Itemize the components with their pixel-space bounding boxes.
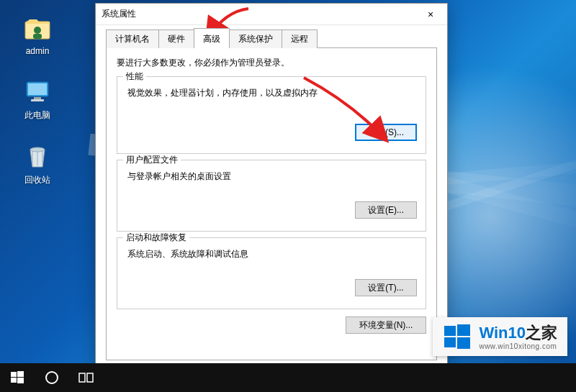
watermark-brand: Win10之家: [479, 324, 557, 342]
svg-point-16: [46, 372, 58, 383]
user-profiles-settings-button[interactable]: 设置(E)...: [355, 201, 417, 219]
tabstrip: 计算机名 硬件 高级 系统保护 远程: [106, 29, 437, 48]
desktop-icon-admin[interactable]: admin: [10, 13, 65, 56]
group-startup-recovery: 启动和故障恢复 系统启动、系统故障和调试信息 设置(T)...: [117, 237, 426, 309]
watermark-url: www.win10xitong.com: [479, 342, 557, 350]
tab-remote[interactable]: 远程: [282, 29, 318, 48]
user-folder-icon: [22, 13, 53, 43]
svg-rect-13: [17, 371, 24, 377]
task-view-icon: [78, 371, 94, 384]
svg-rect-11: [457, 337, 470, 349]
environment-variables-button[interactable]: 环境变量(N)...: [346, 316, 426, 334]
recycle-bin-icon: [22, 141, 53, 171]
svg-rect-15: [17, 378, 24, 383]
group-legend: 性能: [123, 70, 146, 83]
intro-text: 要进行大多数更改，你必须作为管理员登录。: [117, 57, 426, 69]
svg-rect-18: [87, 373, 93, 382]
cortana-button[interactable]: [35, 363, 69, 392]
cortana-circle-icon: [45, 370, 59, 385]
start-button[interactable]: [0, 363, 35, 392]
group-legend: 启动和故障恢复: [123, 232, 189, 244]
system-properties-dialog: 系统属性 × 计算机名 硬件 高级 系统保护 远程 要进行大多数更改，你必须作为…: [95, 3, 448, 368]
group-user-profiles: 用户配置文件 与登录帐户相关的桌面设置 设置(E)...: [117, 160, 426, 232]
svg-rect-9: [457, 324, 470, 336]
titlebar[interactable]: 系统属性 ×: [96, 4, 447, 25]
svg-rect-5: [34, 97, 41, 99]
taskbar[interactable]: [0, 363, 576, 392]
desktop-icon-label: 此电脑: [24, 109, 50, 122]
windows-logo-icon: [443, 323, 472, 352]
tab-computer-name[interactable]: 计算机名: [106, 29, 159, 48]
desktop-icon-this-pc[interactable]: 此电脑: [10, 76, 65, 122]
tab-hardware[interactable]: 硬件: [158, 29, 194, 48]
desktop-icon-recycle-bin[interactable]: 回收站: [10, 141, 65, 186]
group-desc: 视觉效果，处理器计划，内存使用，以及虚拟内存: [127, 87, 417, 99]
svg-rect-12: [11, 372, 17, 377]
group-performance: 性能 视觉效果，处理器计划，内存使用，以及虚拟内存 设置(S)...: [117, 76, 426, 154]
watermark: Win10之家 www.win10xitong.com: [433, 317, 567, 356]
svg-rect-2: [33, 34, 42, 39]
startup-recovery-settings-button[interactable]: 设置(T)...: [355, 279, 417, 296]
svg-rect-17: [79, 373, 85, 382]
tab-panel-advanced: 要进行大多数更改，你必须作为管理员登录。 性能 视觉效果，处理器计划，内存使用，…: [106, 47, 437, 360]
windows-start-icon: [11, 371, 24, 384]
task-view-button[interactable]: [69, 363, 104, 392]
performance-settings-button[interactable]: 设置(S)...: [355, 124, 417, 141]
svg-rect-8: [444, 326, 456, 336]
desktop-icon-label: admin: [26, 46, 50, 56]
desktop-icon-label: 回收站: [24, 174, 50, 186]
close-button[interactable]: ×: [415, 4, 446, 25]
window-title: 系统属性: [102, 8, 415, 20]
svg-rect-4: [28, 83, 47, 95]
svg-rect-10: [444, 337, 456, 347]
tab-advanced[interactable]: 高级: [194, 28, 230, 48]
group-legend: 用户配置文件: [123, 154, 181, 166]
svg-rect-14: [11, 378, 17, 383]
svg-point-7: [30, 147, 45, 152]
group-desc: 系统启动、系统故障和调试信息: [127, 248, 417, 260]
svg-point-1: [34, 27, 41, 34]
this-pc-icon: [22, 76, 53, 106]
tab-system-protection[interactable]: 系统保护: [229, 29, 282, 48]
group-desc: 与登录帐户相关的桌面设置: [127, 170, 417, 183]
svg-rect-6: [31, 99, 44, 101]
